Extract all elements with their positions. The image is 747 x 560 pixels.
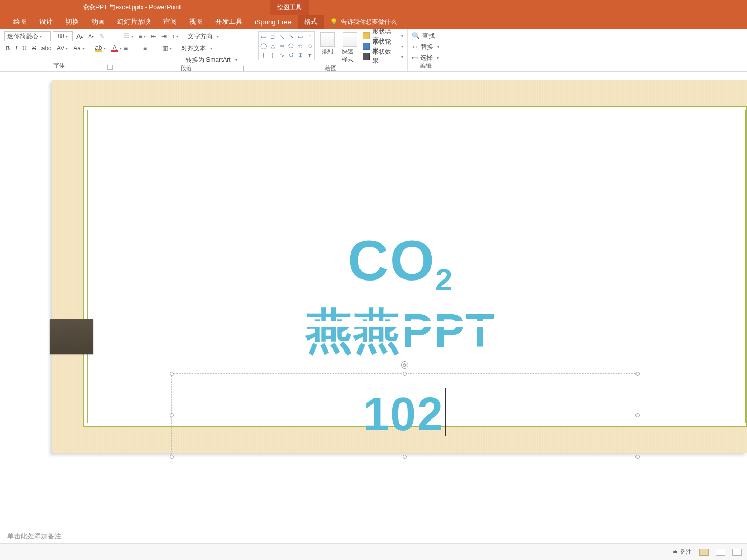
italic-button[interactable]: I	[13, 43, 19, 53]
paragraph-dialog-launcher[interactable]	[243, 66, 248, 71]
clear-format-button[interactable]: ✎	[98, 31, 106, 41]
contextual-tab-label: 绘图工具	[270, 0, 309, 15]
tab-view[interactable]: 视图	[183, 15, 209, 29]
tab-draw[interactable]: 绘图	[7, 15, 33, 29]
ribbon: 迷你简菱心 88 A▴ A▾ ✎ B I U S abc AV Aa ab A …	[0, 29, 747, 72]
increase-indent-button[interactable]: ⇥	[160, 31, 168, 41]
tab-developer[interactable]: 开发工具	[209, 15, 248, 29]
resize-handle-t[interactable]	[403, 372, 407, 376]
shrink-font-button[interactable]: A▾	[87, 31, 95, 41]
view-reading-button[interactable]	[732, 549, 742, 556]
justify-button[interactable]: ≣	[150, 43, 159, 53]
group-label-paragraph: 段落	[181, 65, 192, 71]
align-right-button[interactable]: ≡	[142, 43, 148, 53]
tell-me-placeholder: 告诉我你想要做什么	[341, 18, 397, 26]
text-shadow-button[interactable]: abc	[40, 43, 53, 53]
tab-transitions[interactable]: 切换	[59, 15, 85, 29]
resize-handle-r[interactable]	[635, 413, 640, 417]
group-paragraph: ☰ ≡ ⇤ ⇥ ↕ 文字方向 ≡ ≣ ≡ ≣ ▥ 对齐文本 转换为 SmartA…	[118, 29, 254, 71]
quick-styles-icon	[343, 32, 357, 47]
line-spacing-button[interactable]: ↕	[170, 31, 180, 41]
bullets-button[interactable]: ☰	[122, 31, 135, 41]
tell-me-search[interactable]: 💡 告诉我你想要做什么	[324, 15, 397, 29]
text-direction-label: 文字方向	[188, 32, 213, 41]
tape-decoration	[50, 319, 93, 354]
tab-ispring[interactable]: iSpring Free	[248, 15, 298, 29]
outline-swatch-icon	[363, 43, 370, 50]
arrange-button[interactable]: 排列	[317, 31, 338, 57]
resize-handle-br[interactable]	[635, 455, 640, 459]
align-text-label: 对齐文本	[181, 44, 206, 53]
select-label: 选择	[420, 53, 433, 62]
shapes-gallery[interactable]: ▭◻＼↘▭⌂ ◯△⇨⬠☆◇ {}∿↺⊕▾	[258, 31, 315, 60]
font-size-combo[interactable]: 88	[53, 31, 73, 41]
replace-label: 替换	[421, 43, 433, 51]
columns-button[interactable]: ▥	[161, 43, 173, 53]
separator	[184, 32, 184, 41]
shape-effects-button[interactable]: 形状效果	[363, 52, 403, 61]
slide-stage: CO2 燕燕PPT 102 ⟳	[0, 72, 747, 543]
align-text-button[interactable]: 对齐文本	[181, 44, 212, 53]
convert-smartart-button[interactable]: 转换为 SmartArt	[186, 55, 237, 64]
change-case-button[interactable]: Aa	[72, 43, 86, 53]
group-font: 迷你简菱心 88 A▴ A▾ ✎ B I U S abc AV Aa ab A …	[0, 29, 118, 71]
textbox-selection[interactable]: ⟳	[171, 373, 638, 457]
align-left-button[interactable]: ≡	[122, 43, 129, 53]
text-co2-sub: 2	[435, 262, 453, 297]
rotate-handle[interactable]: ⟳	[401, 361, 408, 369]
fill-swatch-icon	[363, 32, 370, 39]
quick-styles-button[interactable]: 快速样式	[340, 31, 361, 64]
tab-design[interactable]: 设计	[33, 15, 59, 29]
font-dialog-launcher[interactable]	[107, 65, 113, 70]
group-drawing: ▭◻＼↘▭⌂ ◯△⇨⬠☆◇ {}∿↺⊕▾ 排列 快速样式 形状填充 形状轮廓 形…	[254, 29, 408, 71]
text-co2-main: CO	[348, 228, 435, 292]
replace-button[interactable]: ↔替换	[412, 42, 439, 51]
tab-format[interactable]: 格式	[298, 15, 324, 29]
drawing-dialog-launcher[interactable]	[397, 66, 402, 71]
smartart-label: 转换为 SmartArt	[186, 55, 231, 64]
view-normal-button[interactable]	[699, 549, 709, 556]
resize-handle-l[interactable]	[170, 413, 174, 417]
arrange-label: 排列	[322, 48, 333, 55]
shape-effects-label: 形状效果	[372, 48, 397, 65]
underline-button[interactable]: U	[21, 43, 29, 53]
find-button[interactable]: 🔍查找	[412, 31, 439, 40]
resize-handle-bl[interactable]	[170, 455, 174, 459]
find-label: 查找	[422, 32, 435, 40]
document-title: 燕燕PPT 与excel.pptx - PowerPoint	[83, 3, 181, 12]
ribbon-tabs: 绘图 设计 切换 动画 幻灯片放映 审阅 视图 开发工具 iSpring Fre…	[0, 15, 747, 29]
align-center-button[interactable]: ≣	[131, 43, 140, 53]
replace-icon: ↔	[412, 43, 418, 50]
select-icon: ▭	[412, 54, 418, 61]
tab-review[interactable]: 审阅	[157, 15, 183, 29]
highlight-color-button[interactable]: ab	[93, 43, 107, 53]
view-sorter-button[interactable]	[716, 549, 725, 556]
status-notes-button[interactable]: ≐ 备注	[673, 548, 692, 556]
text-yanyan-ppt[interactable]: 燕燕PPT	[306, 300, 495, 363]
text-direction-button[interactable]: 文字方向	[188, 32, 219, 41]
numbering-button[interactable]: ≡	[137, 31, 147, 41]
group-label-editing: 编辑	[420, 63, 432, 69]
char-spacing-button[interactable]: AV	[55, 43, 70, 53]
font-name-combo[interactable]: 迷你简菱心	[4, 31, 51, 41]
resize-handle-b[interactable]	[403, 455, 407, 459]
grow-font-button[interactable]: A▴	[75, 31, 85, 41]
bold-button[interactable]: B	[4, 43, 11, 53]
notes-placeholder: 单击此处添加备注	[7, 532, 61, 540]
resize-handle-tl[interactable]	[170, 372, 174, 376]
resize-handle-tr[interactable]	[635, 372, 640, 376]
quick-styles-label: 快速样式	[342, 48, 358, 63]
tab-animations[interactable]: 动画	[85, 15, 111, 29]
select-button[interactable]: ▭选择	[412, 53, 439, 62]
effects-swatch-icon	[363, 53, 370, 60]
strikethrough-button[interactable]: S	[31, 43, 38, 53]
tab-slideshow[interactable]: 幻灯片放映	[111, 15, 157, 29]
decrease-indent-button[interactable]: ⇤	[149, 31, 158, 41]
text-co2[interactable]: CO2	[348, 227, 453, 293]
notes-pane[interactable]: 单击此处添加备注	[0, 528, 747, 543]
text-cursor	[445, 388, 446, 436]
group-label-drawing: 绘图	[325, 65, 337, 71]
bulb-icon: 💡	[330, 18, 338, 25]
group-label-font: 字体	[53, 62, 65, 68]
title-bar: 燕燕PPT 与excel.pptx - PowerPoint 绘图工具	[0, 0, 747, 15]
